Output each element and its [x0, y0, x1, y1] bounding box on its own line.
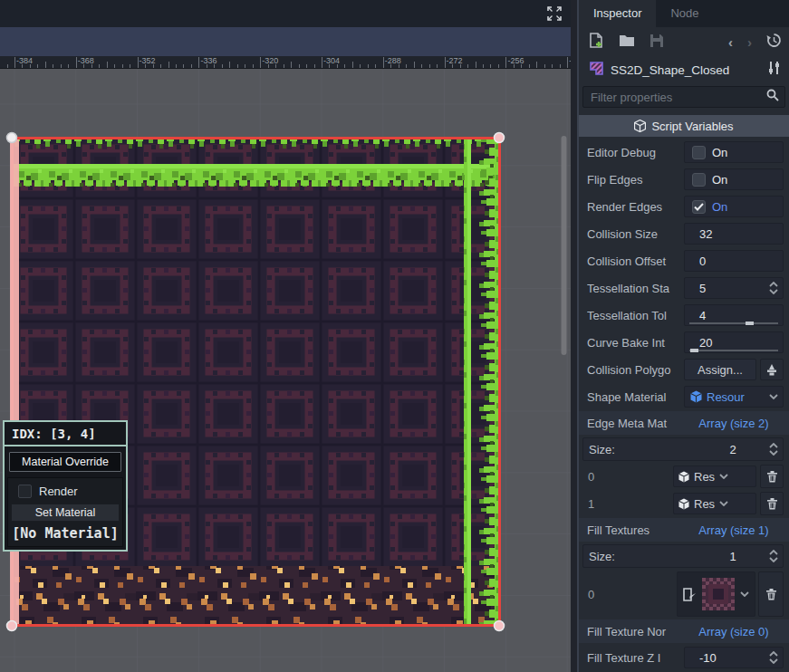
- vertex-handle-bottom-left[interactable]: [7, 621, 17, 631]
- resource-cube-icon: [690, 390, 702, 403]
- fill-texture-item-0: 0: [579, 570, 789, 619]
- set-material-button[interactable]: Set Material: [11, 504, 120, 522]
- trash-icon: [766, 470, 778, 483]
- viewport-topbar: [0, 0, 571, 27]
- dirt-band: [12, 566, 500, 624]
- slider-track[interactable]: [689, 322, 778, 324]
- resource-dropdown[interactable]: Res: [673, 466, 756, 487]
- prop-collision-polygon: Collision Polygo Assign...: [579, 356, 789, 383]
- ss2d-shape[interactable]: [7, 133, 505, 631]
- grass-top-edge: [12, 139, 500, 187]
- history-back-icon[interactable]: ‹: [728, 34, 733, 50]
- tab-node[interactable]: Node: [656, 0, 713, 27]
- cube-icon: [634, 120, 646, 132]
- chevron-down-icon: [719, 501, 728, 506]
- load-resource-icon[interactable]: [619, 34, 635, 52]
- canvas-area[interactable]: IDX: [3, 4] Material Override Render Set…: [0, 70, 571, 672]
- delete-item-button[interactable]: [760, 465, 784, 488]
- prop-tessellation-stages: Tessellation Sta 5: [579, 274, 789, 302]
- expand-icon[interactable]: [545, 5, 563, 23]
- delete-item-button[interactable]: [758, 571, 784, 617]
- edge-meta-size-row: Size: 2: [579, 436, 789, 463]
- search-icon: [766, 89, 779, 105]
- ss2d-node-icon: [589, 61, 604, 80]
- pick-node-button[interactable]: [760, 359, 784, 380]
- array-size-link[interactable]: Array (size 0): [684, 625, 784, 638]
- prop-fill-textures[interactable]: Fill Textures Array (size 1): [579, 518, 789, 542]
- no-material-label: [No Material]: [11, 522, 120, 543]
- spinner-icon[interactable]: [769, 443, 778, 456]
- object-history-icon[interactable]: [766, 33, 782, 52]
- tab-inspector[interactable]: Inspector: [579, 0, 656, 27]
- pick-tool-icon: [765, 364, 778, 376]
- grass-right-edge: [464, 139, 500, 624]
- resource-dropdown[interactable]: Resour: [684, 386, 784, 408]
- fill-textures-size-row: Size: 1: [579, 542, 789, 570]
- edit-resource-icon[interactable]: [683, 588, 697, 601]
- property-list: Script Variables Editor Debug On Flip Ed…: [579, 115, 789, 671]
- history-forward-icon[interactable]: ›: [747, 34, 752, 50]
- slider-grabber[interactable]: [690, 349, 698, 352]
- chevron-down-icon[interactable]: [740, 591, 749, 597]
- slider-grabber[interactable]: [746, 322, 754, 325]
- number-field[interactable]: 0: [684, 250, 784, 272]
- category-script-variables[interactable]: Script Variables: [579, 115, 789, 137]
- checkbox-checked[interactable]: [692, 200, 706, 214]
- texture-thumbnail[interactable]: [702, 578, 735, 610]
- resource-cube-icon: [678, 498, 689, 510]
- horizontal-ruler: -384-368-352-336-320-304-288-272-256-240: [0, 56, 571, 69]
- new-resource-icon[interactable]: [589, 33, 604, 53]
- trash-icon: [765, 588, 777, 600]
- delete-item-button[interactable]: [760, 492, 784, 515]
- slider-field[interactable]: 20: [684, 331, 784, 353]
- checkbox-unchecked[interactable]: [692, 146, 706, 159]
- vertex-handle-top-right[interactable]: [495, 133, 505, 143]
- chevron-down-icon: [719, 474, 728, 479]
- slider-track[interactable]: [689, 350, 778, 351]
- filter-row: [579, 82, 789, 113]
- array-size-link[interactable]: Array (size 1): [684, 523, 784, 537]
- scene-render: [0, 70, 571, 672]
- prop-editor-debug: Editor Debug On: [579, 139, 789, 166]
- assign-node-button[interactable]: Assign...: [684, 359, 756, 380]
- edge-material-popup: IDX: [3, 4] Material Override Render Set…: [3, 420, 128, 552]
- spinner-icon[interactable]: [769, 550, 778, 562]
- prop-shape-material: Shape Material Resour: [579, 383, 789, 410]
- spinner-icon[interactable]: [769, 282, 778, 294]
- spinner-icon[interactable]: [769, 651, 778, 664]
- slider-field[interactable]: 4: [684, 304, 784, 326]
- number-field[interactable]: 32: [684, 223, 784, 245]
- save-resource-icon[interactable]: [649, 34, 664, 52]
- resource-dropdown[interactable]: Res: [673, 493, 756, 514]
- spin-field[interactable]: -10: [684, 647, 784, 668]
- vertex-handle-bottom-right[interactable]: [495, 621, 505, 631]
- viewport-2d[interactable]: -384-368-352-336-320-304-288-272-256-240: [0, 0, 571, 672]
- prop-fill-texture-normals[interactable]: Fill Texture Nor Array (size 0): [579, 619, 789, 643]
- prop-flip-edges: Flip Edges On: [579, 166, 789, 193]
- material-override-button[interactable]: Material Override: [9, 452, 121, 472]
- prop-edge-meta-materials[interactable]: Edge Meta Mat Array (size 2): [579, 411, 789, 435]
- spin-field[interactable]: 5: [684, 277, 784, 299]
- chevron-down-icon: [769, 394, 778, 399]
- checkbox-unchecked[interactable]: [692, 173, 706, 187]
- array-size-link[interactable]: Array (size 2): [684, 417, 784, 430]
- resource-cube-icon: [678, 471, 689, 483]
- vertex-handle-top-left[interactable]: [7, 133, 17, 143]
- object-name: SS2D_Shape_Closed: [611, 63, 762, 77]
- panel-splitter[interactable]: [571, 0, 577, 672]
- v-scrollbar[interactable]: [562, 136, 567, 355]
- viewport-toolbar-strip: [0, 27, 571, 56]
- prop-fill-texture-z-index: Fill Texture Z I -10: [579, 644, 789, 671]
- edited-object-row: SS2D_Shape_Closed: [579, 57, 789, 82]
- filter-properties-input[interactable]: [591, 91, 766, 104]
- render-checkbox[interactable]: [18, 485, 32, 498]
- dock-tabbar: Inspector Node: [579, 0, 789, 27]
- edge-meta-item-0: 0 Res: [579, 463, 789, 490]
- prop-tessellation-tolerance: Tessellation Tol 4: [579, 302, 789, 329]
- render-label: Render: [39, 485, 78, 498]
- trash-icon: [766, 497, 778, 510]
- edge-index-label: IDX: [3, 4]: [5, 422, 126, 446]
- inspector-toolbar: ‹ ›: [579, 27, 789, 57]
- property-tools-icon[interactable]: [768, 61, 781, 79]
- prop-render-edges: Render Edges On: [579, 193, 789, 220]
